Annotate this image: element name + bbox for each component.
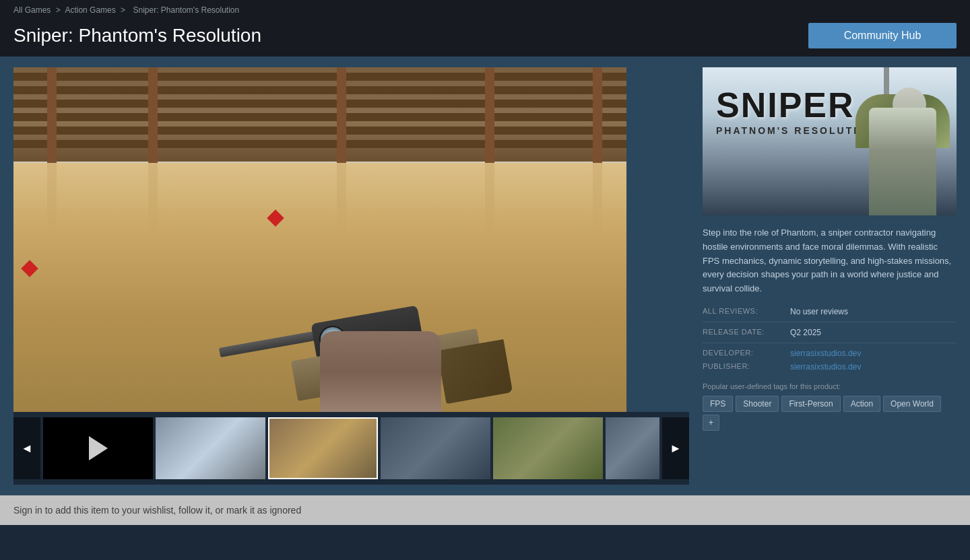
breadcrumb-all-games[interactable]: All Games xyxy=(13,5,51,15)
separator xyxy=(703,322,957,322)
tag-first-person[interactable]: First-Person xyxy=(781,396,840,412)
tags-row: FPS Shooter First-Person Action Open Wor… xyxy=(703,396,957,431)
thumb-inner xyxy=(156,417,265,479)
roof-beam xyxy=(13,113,626,121)
reviews-value: No user reviews xyxy=(790,307,848,316)
info-table: ALL REVIEWS: No user reviews RELEASE DAT… xyxy=(703,307,957,372)
weapon-model xyxy=(239,176,509,412)
thumb-inner xyxy=(493,417,603,479)
breadcrumb-action-games[interactable]: Action Games xyxy=(65,5,115,15)
reviews-label: ALL REVIEWS: xyxy=(703,307,790,316)
thumbnail-1[interactable] xyxy=(156,417,265,479)
page-title: Sniper: Phantom's Resolution xyxy=(13,25,261,46)
tag-more[interactable]: + xyxy=(703,415,719,431)
roof-beam xyxy=(13,140,626,148)
shelter-roof xyxy=(13,67,626,162)
separator xyxy=(703,343,957,343)
tag-fps[interactable]: FPS xyxy=(703,396,733,412)
developer-link[interactable]: sierrasixstudios.dev xyxy=(790,349,861,358)
tag-shooter[interactable]: Shooter xyxy=(736,396,779,412)
thumbnail-strip: ◄ xyxy=(13,412,689,485)
roof-beam xyxy=(13,73,626,81)
content-row: ◄ xyxy=(13,67,957,485)
main-screenshot xyxy=(13,67,626,412)
main-content: ◄ xyxy=(0,57,970,495)
reviews-row: ALL REVIEWS: No user reviews xyxy=(703,307,957,316)
prev-arrow[interactable]: ◄ xyxy=(13,417,40,479)
breadcrumb-current: Sniper: Phantom's Resolution xyxy=(133,5,239,15)
thumbnail-4[interactable] xyxy=(493,417,603,479)
tags-label: Popular user-defined tags for this produ… xyxy=(703,382,957,390)
screenshot-image xyxy=(13,67,626,412)
signin-text: Sign in to add this item to your wishlis… xyxy=(13,505,301,516)
game-description: Step into the role of Phantom, a sniper … xyxy=(703,226,957,296)
thumb-inner xyxy=(381,417,490,479)
publisher-link[interactable]: sierrasixstudios.dev xyxy=(790,362,861,372)
roof-beam xyxy=(13,100,626,108)
release-label: RELEASE DATE: xyxy=(703,328,790,337)
sniper-body xyxy=(869,108,936,215)
header: All Games > Action Games > Sniper: Phant… xyxy=(0,0,970,57)
left-column: ◄ xyxy=(13,67,689,485)
right-column: SNIPER Phatnom's Resolution Step into th… xyxy=(703,67,957,485)
developer-label: DEVELOPER: xyxy=(703,349,790,358)
tag-action[interactable]: Action xyxy=(843,396,880,412)
weapon-hand xyxy=(320,331,441,412)
game-capsule-image: SNIPER Phatnom's Resolution xyxy=(703,67,957,215)
community-hub-button[interactable]: Community Hub xyxy=(808,23,957,48)
release-value: Q2 2025 xyxy=(790,328,821,337)
capsule-sniper-figure xyxy=(835,94,943,215)
thumb-inner xyxy=(269,419,377,478)
thumbnail-video[interactable] xyxy=(43,417,153,479)
thumbnails-row: ◄ xyxy=(13,417,689,479)
play-icon xyxy=(89,436,108,460)
thumb-inner xyxy=(606,417,659,479)
breadcrumb-sep2: > xyxy=(121,5,125,15)
roof-beam xyxy=(13,127,626,135)
tags-section: Popular user-defined tags for this produ… xyxy=(703,382,957,431)
release-row: RELEASE DATE: Q2 2025 xyxy=(703,328,957,337)
weapon-stock xyxy=(437,339,513,404)
publisher-row: PUBLISHER: sierrasixstudios.dev xyxy=(703,362,957,372)
publisher-label: PUBLISHER: xyxy=(703,362,790,372)
thumbnail-3[interactable] xyxy=(381,417,490,479)
thumbnail-2[interactable] xyxy=(268,417,378,479)
roof-beam xyxy=(13,86,626,94)
tag-open-world[interactable]: Open World xyxy=(883,396,941,412)
next-arrow[interactable]: ► xyxy=(662,417,689,479)
breadcrumb-sep1: > xyxy=(56,5,61,15)
thumbnail-5[interactable] xyxy=(606,417,659,479)
developer-row: DEVELOPER: sierrasixstudios.dev xyxy=(703,349,957,358)
title-bar: Sniper: Phantom's Resolution Community H… xyxy=(13,18,957,57)
signin-bar: Sign in to add this item to your wishlis… xyxy=(0,495,970,525)
breadcrumb: All Games > Action Games > Sniper: Phant… xyxy=(13,5,957,18)
